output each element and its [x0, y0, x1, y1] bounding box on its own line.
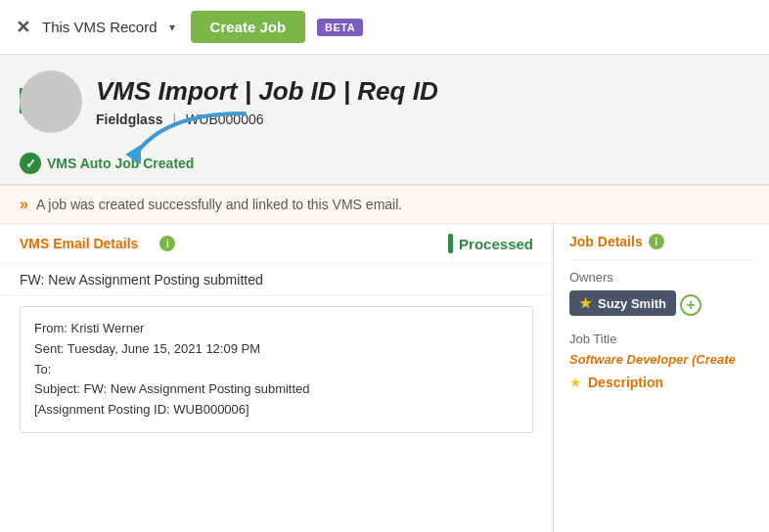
left-panel: VMS Email Details i Processed FW: New As…	[0, 224, 554, 532]
description-row: ★ Description	[569, 375, 753, 390]
double-arrow-icon: »	[20, 196, 28, 213]
status-label: VMS Auto Job Created	[47, 155, 194, 171]
status-created: ✓ VMS Auto Job Created	[20, 153, 194, 174]
profile-info: VMS Import | Job ID | Req ID Fieldglass …	[96, 76, 749, 126]
right-panel-header: Job Details i	[569, 234, 753, 260]
processed-badge: Processed	[448, 234, 533, 253]
description-label: Description	[588, 375, 663, 390]
job-details-info-icon[interactable]: i	[649, 234, 664, 249]
record-label: This VMS Record	[42, 19, 158, 35]
vms-email-details-label: VMS Email Details	[20, 236, 138, 251]
success-banner: » A job was created successfully and lin…	[0, 186, 769, 224]
email-body: From: Kristi Werner Sent: Tuesday, June …	[20, 306, 533, 433]
processed-label: Processed	[459, 236, 533, 252]
email-sent: Sent: Tuesday, June 15, 2021 12:09 PM	[34, 339, 519, 360]
create-job-button[interactable]: Create Job	[191, 11, 306, 43]
email-to: To:	[34, 360, 519, 380]
job-title-value: Software Developer (Create	[569, 352, 753, 367]
email-assignment-id: [Assignment Posting ID: WUB000006]	[34, 400, 519, 421]
owner-chip: ★ Suzy Smith	[569, 290, 676, 316]
job-title-label: Job Title	[569, 332, 753, 346]
add-owner-button[interactable]: +	[680, 294, 701, 316]
avatar-container	[20, 70, 82, 133]
owner-name: Suzy Smith	[598, 296, 666, 311]
avatar	[20, 70, 82, 133]
profile-meta: Fieldglass | WUB000006	[96, 111, 749, 127]
vms-info-icon[interactable]: i	[159, 236, 175, 251]
email-subject-line: Subject: FW: New Assignment Posting subm…	[34, 379, 519, 400]
beta-badge: BETA	[317, 19, 363, 36]
profile-source: Fieldglass	[96, 111, 162, 127]
close-button[interactable]: ✕	[16, 19, 30, 36]
success-message: A job was created successfully and linke…	[36, 197, 402, 212]
profile-id: WUB000006	[186, 111, 263, 127]
description-star-icon: ★	[569, 375, 582, 390]
owners-label: Owners	[569, 270, 753, 285]
owner-star-icon: ★	[579, 295, 592, 311]
meta-divider: |	[172, 111, 176, 127]
top-bar: ✕ This VMS Record ▾ Create Job BETA	[0, 0, 769, 55]
status-row: ✓ VMS Auto Job Created	[0, 145, 769, 186]
email-subject: FW: New Assignment Posting submitted	[0, 264, 553, 296]
main-content: VMS Email Details i Processed FW: New As…	[0, 224, 769, 532]
profile-title: VMS Import | Job ID | Req ID	[96, 76, 749, 107]
right-panel: Job Details i Owners ★ Suzy Smith + Job …	[554, 224, 769, 532]
email-from: From: Kristi Werner	[34, 319, 519, 339]
processed-bar	[448, 234, 453, 253]
left-panel-header: VMS Email Details i Processed	[0, 224, 553, 264]
check-circle-icon: ✓	[20, 153, 41, 174]
job-title-section: Job Title Software Developer (Create	[569, 332, 753, 367]
owners-row: ★ Suzy Smith +	[569, 290, 753, 320]
chevron-down-icon[interactable]: ▾	[169, 21, 175, 34]
profile-section: VMS Import | Job ID | Req ID Fieldglass …	[0, 55, 769, 145]
job-details-label: Job Details	[569, 234, 643, 249]
